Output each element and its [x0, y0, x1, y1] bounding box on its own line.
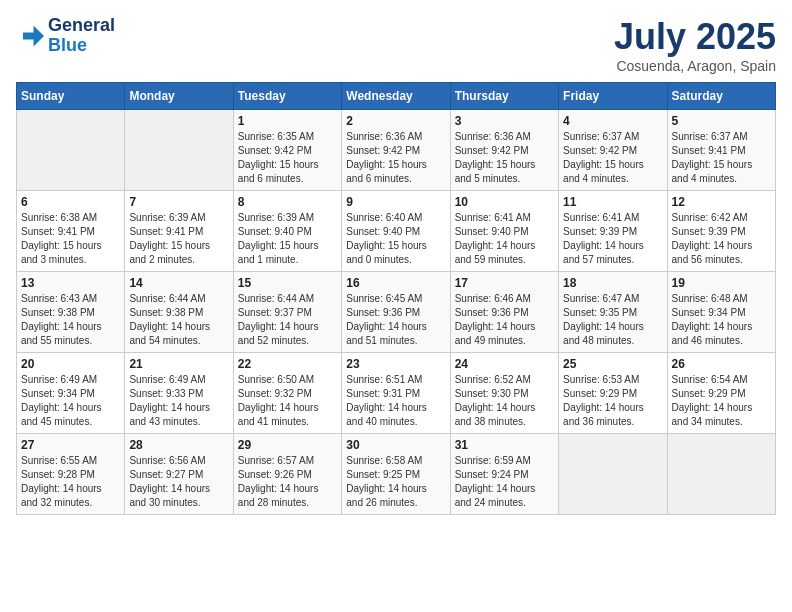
calendar-cell: 16Sunrise: 6:45 AM Sunset: 9:36 PM Dayli… [342, 272, 450, 353]
day-number: 1 [238, 114, 337, 128]
day-number: 2 [346, 114, 445, 128]
day-number: 8 [238, 195, 337, 209]
calendar-week-0: 1Sunrise: 6:35 AM Sunset: 9:42 PM Daylig… [17, 110, 776, 191]
page-header: General Blue July 2025 Cosuenda, Aragon,… [16, 16, 776, 74]
day-number: 4 [563, 114, 662, 128]
day-number: 5 [672, 114, 771, 128]
calendar-cell: 25Sunrise: 6:53 AM Sunset: 9:29 PM Dayli… [559, 353, 667, 434]
day-info: Sunrise: 6:47 AM Sunset: 9:35 PM Dayligh… [563, 292, 662, 348]
col-friday: Friday [559, 83, 667, 110]
calendar-cell: 17Sunrise: 6:46 AM Sunset: 9:36 PM Dayli… [450, 272, 558, 353]
day-info: Sunrise: 6:49 AM Sunset: 9:33 PM Dayligh… [129, 373, 228, 429]
calendar-cell: 26Sunrise: 6:54 AM Sunset: 9:29 PM Dayli… [667, 353, 775, 434]
svg-marker-0 [23, 25, 44, 46]
calendar-cell: 14Sunrise: 6:44 AM Sunset: 9:38 PM Dayli… [125, 272, 233, 353]
col-thursday: Thursday [450, 83, 558, 110]
calendar-body: 1Sunrise: 6:35 AM Sunset: 9:42 PM Daylig… [17, 110, 776, 515]
day-number: 22 [238, 357, 337, 371]
day-info: Sunrise: 6:58 AM Sunset: 9:25 PM Dayligh… [346, 454, 445, 510]
day-info: Sunrise: 6:40 AM Sunset: 9:40 PM Dayligh… [346, 211, 445, 267]
calendar-cell: 18Sunrise: 6:47 AM Sunset: 9:35 PM Dayli… [559, 272, 667, 353]
col-saturday: Saturday [667, 83, 775, 110]
calendar-cell: 2Sunrise: 6:36 AM Sunset: 9:42 PM Daylig… [342, 110, 450, 191]
day-info: Sunrise: 6:43 AM Sunset: 9:38 PM Dayligh… [21, 292, 120, 348]
col-sunday: Sunday [17, 83, 125, 110]
location-subtitle: Cosuenda, Aragon, Spain [614, 58, 776, 74]
logo-line2: Blue [48, 36, 115, 56]
day-info: Sunrise: 6:59 AM Sunset: 9:24 PM Dayligh… [455, 454, 554, 510]
day-info: Sunrise: 6:46 AM Sunset: 9:36 PM Dayligh… [455, 292, 554, 348]
calendar-week-2: 13Sunrise: 6:43 AM Sunset: 9:38 PM Dayli… [17, 272, 776, 353]
calendar-table: Sunday Monday Tuesday Wednesday Thursday… [16, 82, 776, 515]
day-info: Sunrise: 6:38 AM Sunset: 9:41 PM Dayligh… [21, 211, 120, 267]
col-monday: Monday [125, 83, 233, 110]
logo-line1: General [48, 16, 115, 36]
day-number: 21 [129, 357, 228, 371]
day-number: 29 [238, 438, 337, 452]
day-info: Sunrise: 6:49 AM Sunset: 9:34 PM Dayligh… [21, 373, 120, 429]
calendar-cell: 21Sunrise: 6:49 AM Sunset: 9:33 PM Dayli… [125, 353, 233, 434]
col-tuesday: Tuesday [233, 83, 341, 110]
calendar-cell: 1Sunrise: 6:35 AM Sunset: 9:42 PM Daylig… [233, 110, 341, 191]
calendar-cell [125, 110, 233, 191]
day-number: 26 [672, 357, 771, 371]
col-wednesday: Wednesday [342, 83, 450, 110]
calendar-cell: 13Sunrise: 6:43 AM Sunset: 9:38 PM Dayli… [17, 272, 125, 353]
calendar-cell: 27Sunrise: 6:55 AM Sunset: 9:28 PM Dayli… [17, 434, 125, 515]
day-number: 9 [346, 195, 445, 209]
calendar-header: Sunday Monday Tuesday Wednesday Thursday… [17, 83, 776, 110]
logo-icon [16, 22, 44, 50]
month-title: July 2025 [614, 16, 776, 58]
day-number: 13 [21, 276, 120, 290]
day-info: Sunrise: 6:55 AM Sunset: 9:28 PM Dayligh… [21, 454, 120, 510]
day-info: Sunrise: 6:37 AM Sunset: 9:41 PM Dayligh… [672, 130, 771, 186]
calendar-cell: 9Sunrise: 6:40 AM Sunset: 9:40 PM Daylig… [342, 191, 450, 272]
day-info: Sunrise: 6:54 AM Sunset: 9:29 PM Dayligh… [672, 373, 771, 429]
calendar-cell: 8Sunrise: 6:39 AM Sunset: 9:40 PM Daylig… [233, 191, 341, 272]
calendar-cell [559, 434, 667, 515]
day-info: Sunrise: 6:39 AM Sunset: 9:40 PM Dayligh… [238, 211, 337, 267]
day-number: 19 [672, 276, 771, 290]
calendar-cell [17, 110, 125, 191]
day-info: Sunrise: 6:44 AM Sunset: 9:38 PM Dayligh… [129, 292, 228, 348]
calendar-cell: 6Sunrise: 6:38 AM Sunset: 9:41 PM Daylig… [17, 191, 125, 272]
day-info: Sunrise: 6:42 AM Sunset: 9:39 PM Dayligh… [672, 211, 771, 267]
day-number: 27 [21, 438, 120, 452]
calendar-cell: 28Sunrise: 6:56 AM Sunset: 9:27 PM Dayli… [125, 434, 233, 515]
calendar-cell: 10Sunrise: 6:41 AM Sunset: 9:40 PM Dayli… [450, 191, 558, 272]
day-number: 14 [129, 276, 228, 290]
calendar-cell: 19Sunrise: 6:48 AM Sunset: 9:34 PM Dayli… [667, 272, 775, 353]
calendar-cell: 24Sunrise: 6:52 AM Sunset: 9:30 PM Dayli… [450, 353, 558, 434]
day-number: 24 [455, 357, 554, 371]
day-number: 25 [563, 357, 662, 371]
calendar-week-3: 20Sunrise: 6:49 AM Sunset: 9:34 PM Dayli… [17, 353, 776, 434]
calendar-week-1: 6Sunrise: 6:38 AM Sunset: 9:41 PM Daylig… [17, 191, 776, 272]
calendar-cell: 11Sunrise: 6:41 AM Sunset: 9:39 PM Dayli… [559, 191, 667, 272]
calendar-cell: 4Sunrise: 6:37 AM Sunset: 9:42 PM Daylig… [559, 110, 667, 191]
day-info: Sunrise: 6:45 AM Sunset: 9:36 PM Dayligh… [346, 292, 445, 348]
day-number: 23 [346, 357, 445, 371]
calendar-cell: 30Sunrise: 6:58 AM Sunset: 9:25 PM Dayli… [342, 434, 450, 515]
day-number: 17 [455, 276, 554, 290]
day-number: 30 [346, 438, 445, 452]
day-number: 28 [129, 438, 228, 452]
calendar-cell: 15Sunrise: 6:44 AM Sunset: 9:37 PM Dayli… [233, 272, 341, 353]
weekday-row: Sunday Monday Tuesday Wednesday Thursday… [17, 83, 776, 110]
day-info: Sunrise: 6:53 AM Sunset: 9:29 PM Dayligh… [563, 373, 662, 429]
day-number: 11 [563, 195, 662, 209]
calendar-week-4: 27Sunrise: 6:55 AM Sunset: 9:28 PM Dayli… [17, 434, 776, 515]
calendar-cell: 23Sunrise: 6:51 AM Sunset: 9:31 PM Dayli… [342, 353, 450, 434]
day-number: 6 [21, 195, 120, 209]
day-number: 10 [455, 195, 554, 209]
day-info: Sunrise: 6:35 AM Sunset: 9:42 PM Dayligh… [238, 130, 337, 186]
calendar-cell: 7Sunrise: 6:39 AM Sunset: 9:41 PM Daylig… [125, 191, 233, 272]
title-block: July 2025 Cosuenda, Aragon, Spain [614, 16, 776, 74]
calendar-cell: 20Sunrise: 6:49 AM Sunset: 9:34 PM Dayli… [17, 353, 125, 434]
day-info: Sunrise: 6:44 AM Sunset: 9:37 PM Dayligh… [238, 292, 337, 348]
day-info: Sunrise: 6:41 AM Sunset: 9:40 PM Dayligh… [455, 211, 554, 267]
day-info: Sunrise: 6:57 AM Sunset: 9:26 PM Dayligh… [238, 454, 337, 510]
day-info: Sunrise: 6:51 AM Sunset: 9:31 PM Dayligh… [346, 373, 445, 429]
calendar-cell: 3Sunrise: 6:36 AM Sunset: 9:42 PM Daylig… [450, 110, 558, 191]
day-info: Sunrise: 6:39 AM Sunset: 9:41 PM Dayligh… [129, 211, 228, 267]
day-info: Sunrise: 6:36 AM Sunset: 9:42 PM Dayligh… [346, 130, 445, 186]
